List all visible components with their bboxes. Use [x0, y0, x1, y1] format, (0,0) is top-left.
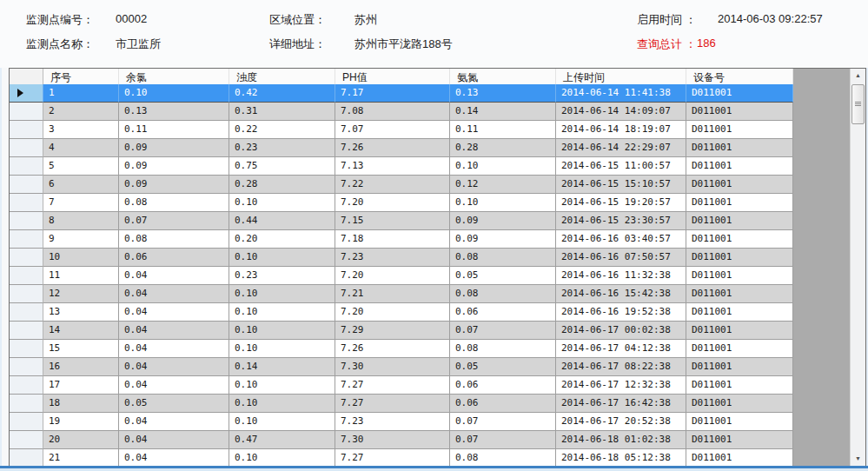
table-cell[interactable]: 2014-06-15 23:30:57 [556, 212, 686, 230]
table-cell[interactable]: 4 [43, 139, 119, 157]
table-cell[interactable]: 0.10 [229, 413, 335, 431]
table-cell[interactable]: 2014-06-18 05:12:38 [556, 449, 686, 467]
table-row[interactable]: 120.040.107.210.082014-06-16 15:42:38D01… [10, 285, 793, 303]
table-cell[interactable]: 0.13 [119, 103, 229, 121]
column-header-1[interactable]: 序号 [43, 69, 119, 84]
table-cell[interactable]: 2014-06-14 11:41:38 [556, 84, 686, 103]
table-cell[interactable]: 2014-06-17 04:12:38 [556, 340, 686, 358]
table-cell[interactable]: 2014-06-16 15:42:38 [556, 285, 686, 303]
table-cell[interactable]: 3 [43, 121, 119, 139]
table-row[interactable]: 50.090.757.130.102014-06-15 11:00:57D011… [10, 157, 793, 176]
table-cell[interactable]: 2014-06-17 00:02:38 [556, 322, 686, 340]
table-cell[interactable]: 0.10 [229, 395, 335, 413]
table-cell[interactable]: 7.15 [335, 212, 450, 230]
row-indicator-cell[interactable] [10, 139, 43, 157]
row-indicator-cell[interactable] [10, 121, 43, 139]
table-cell[interactable]: 0.10 [229, 285, 335, 303]
table-cell[interactable]: D011001 [686, 376, 793, 395]
table-cell[interactable]: 7.21 [335, 285, 450, 303]
table-cell[interactable]: 2014-06-16 07:50:57 [556, 249, 686, 267]
table-cell[interactable]: D011001 [686, 303, 793, 322]
table-cell[interactable]: 0.04 [119, 413, 229, 431]
row-indicator-cell[interactable] [10, 395, 43, 413]
row-indicator-cell[interactable] [10, 212, 43, 230]
table-cell[interactable]: D011001 [686, 395, 793, 413]
table-cell[interactable]: D011001 [686, 340, 793, 358]
table-row[interactable]: 80.070.447.150.092014-06-15 23:30:57D011… [10, 212, 793, 230]
table-cell[interactable]: 0.09 [450, 230, 556, 249]
table-cell[interactable]: 7 [43, 194, 119, 212]
table-cell[interactable]: 20 [43, 431, 119, 449]
table-cell[interactable]: 2014-06-16 11:32:38 [556, 267, 686, 285]
table-cell[interactable]: 9 [43, 230, 119, 249]
table-cell[interactable]: D011001 [686, 139, 793, 157]
table-cell[interactable]: 0.31 [229, 103, 335, 121]
table-cell[interactable]: 0.04 [119, 267, 229, 285]
table-cell[interactable]: 0.07 [450, 322, 556, 340]
table-cell[interactable]: 0.10 [229, 322, 335, 340]
row-indicator-cell[interactable] [10, 431, 43, 449]
table-cell[interactable]: 0.13 [450, 84, 556, 103]
table-row[interactable]: 200.040.477.300.072014-06-18 01:02:38D01… [10, 431, 793, 449]
table-cell[interactable]: 0.09 [119, 176, 229, 194]
table-cell[interactable]: 0.08 [119, 194, 229, 212]
row-indicator-cell[interactable] [10, 340, 43, 358]
row-indicator-cell[interactable] [10, 176, 43, 194]
table-cell[interactable]: 0.06 [450, 303, 556, 322]
table-cell[interactable]: 0.44 [229, 212, 335, 230]
table-cell[interactable]: 18 [43, 395, 119, 413]
table-cell[interactable]: D011001 [686, 322, 793, 340]
table-cell[interactable]: 14 [43, 322, 119, 340]
table-cell[interactable]: 0.07 [450, 431, 556, 449]
table-cell[interactable]: 0.06 [450, 395, 556, 413]
table-row[interactable]: 150.040.107.260.082014-06-17 04:12:38D01… [10, 340, 793, 358]
table-row[interactable]: 140.040.107.290.072014-06-17 00:02:38D01… [10, 322, 793, 340]
table-cell[interactable]: 13 [43, 303, 119, 322]
table-cell[interactable]: 0.04 [119, 340, 229, 358]
table-cell[interactable]: 6 [43, 176, 119, 194]
table-cell[interactable]: 0.08 [119, 230, 229, 249]
vertical-scrollbar[interactable]: ▲ ▼ [850, 69, 865, 466]
table-cell[interactable]: 2014-06-15 19:20:57 [556, 194, 686, 212]
table-cell[interactable]: 0.23 [229, 139, 335, 157]
table-cell[interactable]: 2014-06-16 03:40:57 [556, 230, 686, 249]
table-cell[interactable]: 0.10 [119, 84, 229, 103]
row-indicator-cell[interactable] [10, 376, 43, 395]
table-cell[interactable]: 0.08 [450, 340, 556, 358]
column-header-5[interactable]: 氨氮 [450, 69, 556, 84]
table-cell[interactable]: 2014-06-15 15:10:57 [556, 176, 686, 194]
table-cell[interactable]: D011001 [686, 84, 793, 103]
table-row[interactable]: 90.080.207.180.092014-06-16 03:40:57D011… [10, 230, 793, 249]
row-indicator-cell[interactable] [10, 322, 43, 340]
table-cell[interactable]: 0.05 [450, 358, 556, 376]
column-header-7[interactable]: 设备号 [686, 69, 793, 84]
row-indicator-cell[interactable] [10, 157, 43, 176]
table-cell[interactable]: 17 [43, 376, 119, 395]
table-cell[interactable]: 0.04 [119, 322, 229, 340]
table-cell[interactable]: 0.47 [229, 431, 335, 449]
table-cell[interactable]: 7.30 [335, 431, 450, 449]
table-cell[interactable]: 7.27 [335, 449, 450, 467]
table-cell[interactable]: 2014-06-17 08:22:38 [556, 358, 686, 376]
table-cell[interactable]: D011001 [686, 121, 793, 139]
table-row[interactable]: 180.050.107.270.062014-06-17 16:42:38D01… [10, 395, 793, 413]
row-indicator-cell[interactable] [10, 303, 43, 322]
table-cell[interactable]: 0.04 [119, 449, 229, 467]
row-indicator-cell[interactable] [10, 285, 43, 303]
table-cell[interactable]: 0.10 [450, 157, 556, 176]
table-cell[interactable]: 0.10 [450, 194, 556, 212]
table-cell[interactable]: 2014-06-17 16:42:38 [556, 395, 686, 413]
table-cell[interactable]: 2014-06-15 11:00:57 [556, 157, 686, 176]
row-indicator-cell[interactable] [10, 249, 43, 267]
table-cell[interactable]: 7.30 [335, 358, 450, 376]
table-cell[interactable]: 0.28 [450, 139, 556, 157]
table-cell[interactable]: 7.23 [335, 249, 450, 267]
scroll-thumb[interactable] [851, 84, 865, 124]
table-cell[interactable]: D011001 [686, 230, 793, 249]
table-cell[interactable]: 2 [43, 103, 119, 121]
table-cell[interactable]: D011001 [686, 358, 793, 376]
table-cell[interactable]: 0.08 [450, 449, 556, 467]
table-row[interactable]: 170.040.107.270.062014-06-17 12:32:38D01… [10, 376, 793, 395]
table-cell[interactable]: 0.10 [229, 340, 335, 358]
table-cell[interactable]: 0.04 [119, 285, 229, 303]
